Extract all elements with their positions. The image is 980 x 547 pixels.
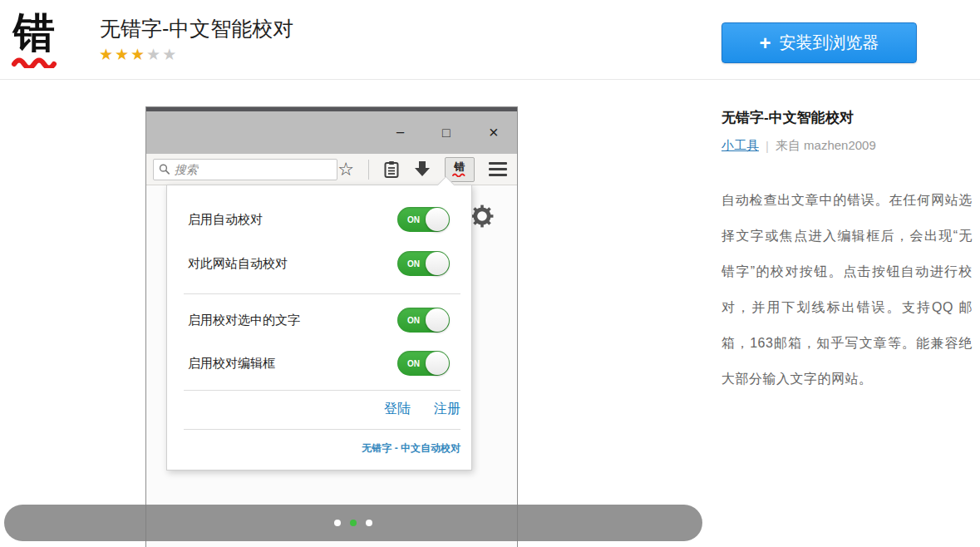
search-field xyxy=(175,163,332,176)
toggle-label: 启用校对编辑框 xyxy=(188,356,275,372)
details-sidebar: 无错字-中文智能校对 小工具 | 来自 mazhen2009 自动检查出文章中的… xyxy=(721,108,973,397)
carousel-dots xyxy=(4,520,702,526)
page-header: 错 无错字-中文智能校对 ★★★★★ + 安装到浏览器 xyxy=(0,0,980,80)
meta-separator: | xyxy=(766,139,769,153)
popup-account-links: 登陆 注册 xyxy=(384,401,460,418)
sidebar-title: 无错字-中文智能校对 xyxy=(721,108,973,127)
carousel-dot-2-active[interactable] xyxy=(350,520,357,526)
toggle-state-text: ON xyxy=(407,259,420,269)
toggle-switch-on: ON xyxy=(397,308,450,333)
author-line: 来自 mazhen2009 xyxy=(776,138,876,154)
extension-popup-panel: 启用自动校对 ON 对此网站自动校对 ON 启用校对选中的文字 xyxy=(166,185,472,471)
toggle-row-selected-text: 启用校对选中的文字 ON xyxy=(167,307,471,333)
category-link[interactable]: 小工具 xyxy=(721,138,759,154)
plus-icon: + xyxy=(759,33,771,53)
bookmark-star-icon: ☆ xyxy=(337,160,354,179)
menu-icon xyxy=(489,162,507,176)
register-link: 注册 xyxy=(434,401,460,418)
toggle-row-auto-proofread: 启用自动校对 ON xyxy=(167,206,471,233)
sidebar-meta: 小工具 | 来自 mazhen2009 xyxy=(721,138,973,154)
extension-store-page: 错 无错字-中文智能校对 ★★★★★ + 安装到浏览器 − □ × xyxy=(0,0,980,547)
extension-toolbar-button: 错 xyxy=(445,157,475,182)
browser-toolbar: ☆ 错 xyxy=(146,154,517,185)
gear-icon xyxy=(470,205,494,228)
toggle-state-text: ON xyxy=(407,316,420,325)
install-button[interactable]: + 安装到浏览器 xyxy=(721,22,917,63)
mini-red-wave-icon xyxy=(452,172,467,177)
minimize-icon: − xyxy=(396,111,405,154)
clipboard-icon xyxy=(383,160,400,179)
extension-logo: 错 xyxy=(8,10,60,68)
extension-icon: 错 xyxy=(455,161,465,172)
toggle-switch-on: ON xyxy=(397,207,450,232)
logo-character: 错 xyxy=(8,10,60,55)
search-icon xyxy=(159,163,170,175)
toolbar-divider xyxy=(368,160,369,180)
toggle-switch-on: ON xyxy=(397,251,450,276)
search-input xyxy=(153,159,337,180)
toggle-row-site-auto-proofread: 对此网站自动校对 ON xyxy=(167,250,471,277)
popup-divider xyxy=(184,429,460,430)
screenshot-browser-window: − □ × ☆ xyxy=(145,106,518,547)
maximize-icon: □ xyxy=(442,111,451,154)
toggle-state-text: ON xyxy=(407,359,420,368)
red-wave-underline-icon xyxy=(11,55,57,68)
page-title: 无错字-中文智能校对 xyxy=(100,15,293,42)
browser-page-area: 启用自动校对 ON 对此网站自动校对 ON 启用校对选中的文字 xyxy=(146,185,517,547)
popup-divider xyxy=(184,390,460,391)
toggle-knob xyxy=(426,308,449,332)
toggle-switch-on: ON xyxy=(397,351,450,376)
carousel-bar xyxy=(4,505,702,541)
stars-filled: ★★★ xyxy=(99,46,146,63)
extension-description: 自动检查出文章中的错误。在任何网站选择文字或焦点进入编辑框后，会出现“无错字”的… xyxy=(721,182,973,397)
toggle-label: 启用校对选中的文字 xyxy=(188,313,300,328)
toggle-knob xyxy=(426,252,449,275)
toggle-label: 对此网站自动校对 xyxy=(188,256,288,272)
window-titlebar: − □ × xyxy=(146,111,517,154)
toolbar-icons: ☆ 错 xyxy=(337,157,507,182)
toggle-knob xyxy=(426,352,449,375)
carousel-dot-3[interactable] xyxy=(366,520,372,526)
popup-divider xyxy=(184,293,460,294)
install-button-label: 安装到浏览器 xyxy=(780,32,879,54)
toggle-label: 启用自动校对 xyxy=(188,212,263,228)
download-icon xyxy=(414,161,431,177)
toggle-state-text: ON xyxy=(407,215,420,224)
star-rating: ★★★★★ xyxy=(99,45,178,64)
close-icon: × xyxy=(489,111,499,154)
login-link: 登陆 xyxy=(384,401,411,418)
popup-footer-brand: 无错字 - 中文自动校对 xyxy=(362,441,460,456)
carousel-dot-1[interactable] xyxy=(334,520,341,526)
stars-empty: ★★ xyxy=(146,46,178,63)
toggle-row-edit-box: 启用校对编辑框 ON xyxy=(167,350,471,377)
toggle-knob xyxy=(426,208,449,231)
